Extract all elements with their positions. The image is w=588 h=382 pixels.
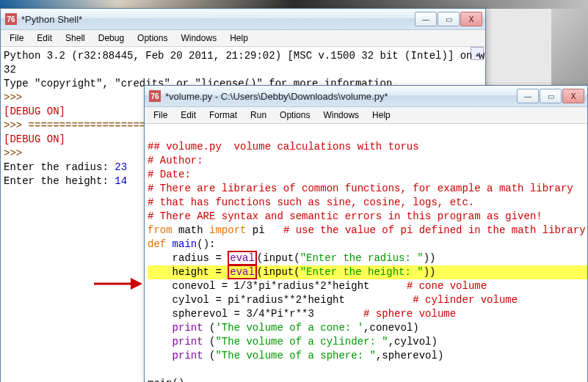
print-call: print [173, 350, 203, 361]
str-radius: "Enter the radius: " [300, 252, 424, 264]
comment-line: # There ARE syntax and semantic errors i… [148, 210, 542, 222]
close-paren: )) [424, 252, 436, 264]
comment-line: # Author: [148, 155, 203, 166]
menu-run[interactable]: Run [244, 109, 272, 122]
comment-inline: # use the value of pi defined in the mat… [283, 224, 586, 236]
maximize-button[interactable]: ▭ [438, 12, 460, 26]
minimize-button[interactable]: — [415, 12, 437, 26]
input-open: (input( [257, 252, 300, 264]
menu-windows[interactable]: Windows [317, 109, 365, 122]
maximize-button[interactable]: ▭ [540, 89, 562, 103]
rest-p1: ,conevol) [363, 322, 419, 334]
version-line: Python 3.2 (r32:88445, Feb 20 2011, 21:2… [4, 50, 485, 62]
menu-format[interactable]: Format [203, 109, 243, 122]
prompt: >>> [4, 92, 29, 103]
cylvol-line: cylvol = pi*radius**2*height [173, 294, 413, 306]
kw-from: from [148, 224, 173, 236]
editor-window-controls: — ▭ X [517, 89, 584, 103]
print-call: print [173, 336, 203, 348]
rest-p3: ,spherevol) [376, 350, 443, 361]
str-height: "Enter the height: " [300, 266, 424, 278]
kw-import: import [209, 224, 246, 236]
shell-title: *Python Shell* [21, 14, 82, 25]
menu-help[interactable]: Help [366, 109, 396, 122]
mod-math: math [173, 224, 209, 236]
assign-radius: radius = [173, 252, 228, 264]
eval-call: eval [230, 266, 255, 278]
open-paren: ( [203, 322, 216, 334]
input-open: (input( [257, 266, 300, 278]
menu-shell[interactable]: Shell [59, 32, 91, 45]
mod-pi: pi [246, 224, 283, 236]
indent [148, 294, 173, 306]
close-button[interactable]: X [562, 89, 584, 103]
version-line2: 32 [4, 64, 16, 76]
indent [148, 266, 173, 278]
menu-windows[interactable]: Windows [175, 32, 222, 45]
str-p3: "The volume of a sphere: " [215, 350, 375, 361]
menu-debug[interactable]: Debug [92, 32, 130, 45]
shell-window-controls: — ▭ X [415, 12, 482, 26]
assign-height: height = [173, 266, 228, 278]
indent [148, 350, 173, 361]
open-paren: ( [203, 350, 216, 361]
height-prompt: Enter the height: [4, 175, 115, 187]
comment-sphere: # sphere volume [363, 308, 456, 320]
fn-main: main [166, 238, 197, 250]
str-p1: 'The volume of a cone: ' [215, 322, 363, 334]
shell-titlebar[interactable]: 76 *Python Shell* — ▭ X [1, 9, 485, 30]
comment-line: ## volume.py volume calculations with to… [148, 141, 419, 153]
kw-def: def [148, 238, 166, 250]
menu-edit[interactable]: Edit [31, 32, 58, 45]
editor-window: 76 *volume.py - C:\Users\Debby\Downloads… [144, 85, 588, 382]
rest-p2: ,cylvol) [388, 336, 438, 348]
debug-on-1: [DEBUG ON] [4, 106, 65, 117]
debug-on-2: [DEBUG ON] [4, 133, 65, 145]
print-call: print [173, 322, 203, 334]
menu-file[interactable]: File [4, 32, 29, 45]
editor-menubar: File Edit Format Run Options Windows Hel… [145, 107, 587, 124]
sphere-line: spherevol = 3/4*Pi*r**3 [173, 308, 363, 320]
editor-titlebar[interactable]: 76 *volume.py - C:\Users\Debby\Downloads… [145, 86, 587, 107]
comment-line: # There are libraries of common function… [148, 183, 573, 194]
highlighted-line: height = eval(input("Enter the height: "… [148, 265, 587, 279]
editor-title: *volume.py - C:\Users\Debby\Downloads\vo… [165, 91, 388, 102]
close-paren: )) [424, 266, 436, 278]
indent [148, 322, 173, 334]
prompt2: >>> [4, 147, 29, 159]
idle-icon: 76 [5, 13, 17, 25]
idle-icon: 76 [149, 90, 161, 102]
menu-edit[interactable]: Edit [175, 109, 202, 122]
open-paren: ( [203, 336, 216, 348]
radius-value: 23 [115, 161, 127, 173]
str-p2: "The volume of a cylinder: " [215, 336, 388, 348]
menu-options[interactable]: Options [274, 109, 316, 122]
main-call: main() [148, 378, 184, 382]
close-button[interactable]: X [460, 12, 482, 26]
menu-file[interactable]: File [148, 109, 173, 122]
comment-cone: # cone volume [407, 280, 487, 292]
conevol-line: conevol = 1/3*pi*radius*2*height [173, 280, 407, 292]
radius-prompt: Enter the radius: [4, 161, 115, 173]
comment-line: # Date: [148, 169, 191, 180]
height-value: 14 [115, 175, 127, 187]
minimize-button[interactable]: — [517, 89, 539, 103]
indent [148, 252, 173, 264]
eval-call: eval [230, 252, 255, 264]
editor-code[interactable]: ## volume.py volume calculations with to… [145, 123, 587, 382]
shell-menubar: File Edit Shell Debug Options Windows He… [1, 30, 485, 47]
comment-cyl: # cylinder volume [413, 294, 518, 306]
comment-line: # that has functions such as sine, cosin… [148, 196, 474, 208]
paren: (): [197, 238, 215, 250]
indent [148, 336, 173, 348]
indent [148, 308, 173, 320]
menu-help[interactable]: Help [224, 32, 254, 45]
menu-options[interactable]: Options [131, 32, 173, 45]
indent [148, 280, 173, 292]
